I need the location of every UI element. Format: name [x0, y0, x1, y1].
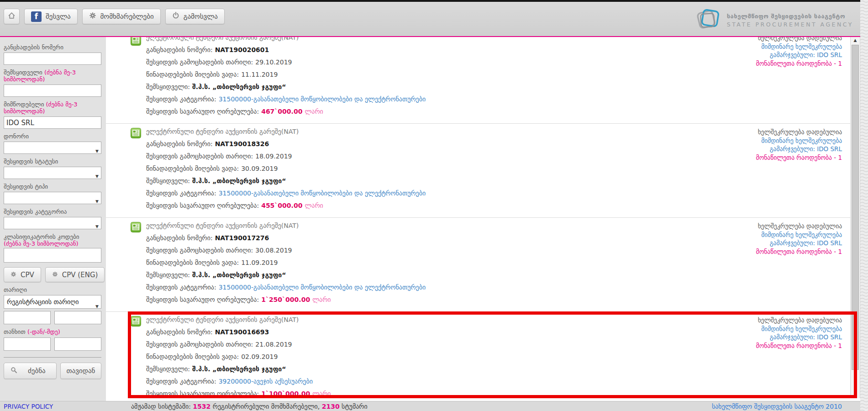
scroll-down-arrow[interactable]: ▼: [851, 393, 860, 397]
footer-bar: PRIVACY POLICY ამჟამად სისტემაში: 1532 რ…: [0, 401, 860, 411]
field-label: წინადადებების მიღების ვადა:: [146, 259, 239, 266]
field-label: შესყიდვის კატეგორია:: [146, 284, 216, 291]
reset-button[interactable]: თავიდან: [60, 363, 101, 379]
app-number-input[interactable]: [4, 53, 101, 65]
currency-label: ლარი: [305, 202, 323, 209]
procurement-type-select[interactable]: ▼: [4, 192, 101, 204]
category-link[interactable]: 31500000-გასანათებელი მოწყობილობები და ე…: [219, 95, 426, 103]
field-label: წინადადებების მიღების ვადა:: [146, 71, 239, 78]
scroll-up-arrow[interactable]: ▲: [851, 38, 860, 42]
classifier-codes-input[interactable]: [4, 248, 101, 263]
search-filter-sidebar: განცხადების ნომერი შემსყიდველი (ძებნა მე…: [0, 37, 106, 401]
procurement-category-label: შესყიდვის კატეგორია: [4, 208, 101, 215]
procurement-status-select[interactable]: ▼: [4, 167, 101, 179]
contract-status-text: ხელშეკრულება დადებულია: [756, 128, 842, 137]
tender-title: ელექტრონული ტენდერი აუქციონის გარეშე(NAT…: [146, 37, 741, 44]
tender-title: ელექტრონული ტენდერი აუქციონის გარეშე(NAT…: [146, 314, 741, 326]
category-link[interactable]: 31500000-გასანათებელი მოწყობილობები და ე…: [219, 190, 426, 197]
field-label: შემსყიდველი:: [146, 177, 190, 184]
users-button[interactable]: მომხმარებლები: [82, 9, 161, 24]
contract-status-text: ხელშეკრულება დადებულია: [756, 222, 842, 231]
participants-count: მონაწილეთა რაოდენობა - 1: [756, 59, 842, 68]
ongoing-contract-link[interactable]: მიმდინარე ხელშეკრულება: [756, 42, 842, 51]
currency-label: ლარი: [312, 390, 331, 397]
deadline-date: 02.09.2019: [241, 353, 278, 360]
contract-status-text: ხელშეკრულება დადებულია: [756, 316, 842, 325]
facebook-icon: f: [31, 11, 42, 22]
chevron-down-icon: ▼: [95, 196, 99, 204]
buyer-name: შ.პ.ს. „თბილსერვის ჯგუფი“: [192, 365, 286, 373]
date-type-selected-value: რეგისტრაციის თარიღი: [7, 298, 79, 306]
logout-button[interactable]: გამოსვლა: [165, 9, 225, 24]
contract-status-text: ხელშეკრულება დადებულია: [756, 37, 842, 42]
vertical-scrollbar[interactable]: ▲ ▼: [850, 37, 860, 398]
buyer-name: შ.პ.ს. „თბილსერვის ჯგუფი“: [192, 271, 286, 279]
category-link[interactable]: 31500000-გასანათებელი მოწყობილობები და ე…: [219, 284, 426, 291]
field-label: შემსყიდველი:: [146, 271, 190, 279]
chevron-down-icon: ▼: [95, 171, 99, 179]
estimated-value: 1`250`000.00: [261, 296, 310, 303]
power-icon: [172, 12, 179, 21]
header-accent-line: [0, 36, 860, 37]
winner-link[interactable]: გამარჯვებული: IDO SRL: [756, 239, 842, 248]
field-label: შესყიდვის კატეგორია:: [146, 190, 216, 197]
announce-date: 18.09.2019: [255, 153, 292, 160]
participants-count: მონაწილეთა რაოდენობა - 1: [756, 153, 842, 162]
winner-link[interactable]: გამარჯვებული: IDO SRL: [756, 145, 842, 153]
scrollbar-thumb[interactable]: [852, 45, 859, 370]
announce-date: 29.10.2019: [255, 58, 292, 66]
ongoing-contract-link[interactable]: მიმდინარე ხელშეკრულება: [756, 325, 842, 333]
field-label: წინადადებების მიღების ვადა:: [146, 165, 239, 172]
search-icon: [11, 367, 17, 375]
field-label: შესყიდვის კატეგორია:: [146, 378, 216, 385]
field-label: შესყიდვის გამოცხადების თარიღი:: [146, 153, 253, 160]
tender-document-icon: [131, 128, 141, 140]
category-link[interactable]: 39200000-ავეჯის აქსესუარები: [219, 378, 313, 385]
amount-to-input[interactable]: [54, 337, 101, 351]
procurement-type-label: შესყიდვის ტიპი: [4, 183, 101, 190]
agency-title-georgian: სახელმწიფო შესყიდვების სააგენტო: [727, 13, 853, 20]
app-number-label: განცხადების ნომერი: [4, 44, 101, 51]
agency-footer-link[interactable]: სახელმწიფო შესყიდვების სააგენტო 2010: [712, 403, 842, 410]
privacy-policy-link[interactable]: PRIVACY POLICY: [4, 403, 53, 410]
field-label: განცხადების ნომერი:: [146, 46, 213, 53]
date-label: თარიღი: [4, 286, 101, 293]
ongoing-contract-link[interactable]: მიმდინარე ხელშეკრულება: [756, 137, 842, 145]
field-label: შესყიდვის სავარაუდო ღირებულება:: [146, 108, 259, 115]
tender-title: ელექტრონული ტენდერი აუქციონის გარეშე(NAT…: [146, 126, 741, 138]
gear-icon: [89, 12, 96, 21]
gear-icon: [11, 271, 16, 279]
participants-count: მონაწილეთა რაოდენობა - 1: [756, 342, 842, 350]
date-from-input[interactable]: [4, 311, 51, 324]
buyer-input[interactable]: [4, 84, 101, 97]
agency-logo: სახელმწიფო შესყიდვების სააგენტო STATE PR…: [695, 6, 853, 34]
tender-list-item[interactable]: ელექტრონული ტენდერი აუქციონის გარეშე(NAT…: [106, 311, 850, 401]
tender-status-block: ხელშეკრულება დადებულია მიმდინარე ხელშეკრ…: [756, 37, 842, 68]
chevron-down-icon: ▼: [95, 221, 99, 229]
ongoing-contract-link[interactable]: მიმდინარე ხელშეკრულება: [756, 231, 842, 239]
supplier-label: მიმწოდებელი (ძებნა მე-3 სიმბოლოდან): [4, 101, 101, 115]
tender-list-item[interactable]: ელექტრონული ტენდერი აუქციონის გარეშე(NAT…: [106, 217, 850, 311]
tender-list-item[interactable]: ელექტრონული ტენდერი აუქციონის გარეშე(NAT…: [106, 37, 850, 123]
winner-link[interactable]: გამარჯვებული: IDO SRL: [756, 333, 842, 342]
home-button[interactable]: [4, 9, 20, 24]
donor-select[interactable]: ▼: [4, 142, 101, 154]
supplier-input[interactable]: [4, 116, 101, 129]
amount-from-input[interactable]: [4, 337, 51, 351]
cpv-button[interactable]: CPV: [4, 267, 41, 282]
field-label: წინადადებების მიღების ვადა:: [146, 353, 239, 360]
chevron-down-icon: ▼: [95, 146, 99, 154]
procurement-category-select[interactable]: ▼: [4, 217, 101, 229]
tender-list-item[interactable]: ელექტრონული ტენდერი აუქციონის გარეშე(NAT…: [106, 123, 850, 217]
winner-link[interactable]: გამარჯვებული: IDO SRL: [756, 51, 842, 59]
login-button-label: შესვლა: [46, 12, 71, 21]
cpv-eng-button[interactable]: CPV (ENG): [45, 267, 105, 282]
date-type-select[interactable]: რეგისტრაციის თარიღი▼: [4, 295, 101, 309]
procurement-status-label: შესყიდვის სტატუსი: [4, 158, 101, 165]
date-to-input[interactable]: [54, 311, 101, 324]
agency-title-english: STATE PROCUREMENT AGENCY: [727, 21, 853, 28]
search-button[interactable]: ძებნა: [4, 363, 57, 379]
estimated-value: 455`000.00: [261, 202, 302, 209]
facebook-login-button[interactable]: f შესვლა: [24, 9, 78, 24]
field-label: შესყიდვის კატეგორია:: [146, 95, 216, 103]
